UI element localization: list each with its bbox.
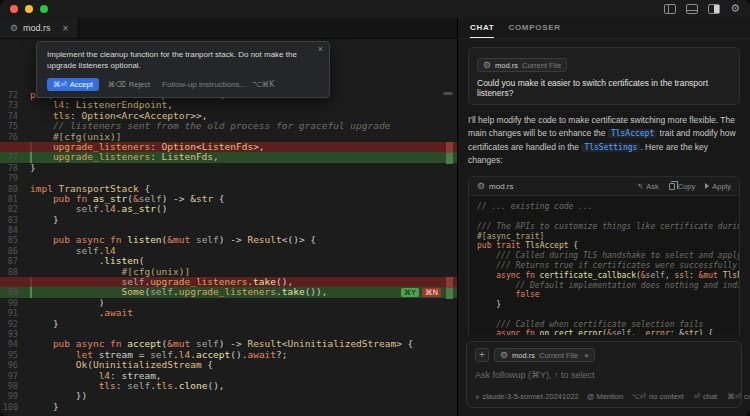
tab-close-icon[interactable]: × <box>63 23 69 34</box>
rust-file-icon: ⚙ <box>10 23 18 33</box>
line-number: 80 <box>0 184 30 194</box>
context-file-chip[interactable]: ⚙ mod.rs Current File <box>477 58 567 72</box>
codebase-submit-button[interactable]: ⌘⏎ codebase ∨ <box>727 392 750 401</box>
code-line[interactable] <box>477 310 731 320</box>
line-number: 76 <box>0 132 30 142</box>
assistant-code-block: ⚙ mod.rs ↰ Ask Copy <box>468 176 740 335</box>
accept-diff-badge[interactable]: ⌘Y <box>401 288 419 298</box>
current-file-badge: Current File <box>539 351 578 360</box>
code-line[interactable]: async fn on_cert_error(&self, _error: &s… <box>477 329 731 335</box>
code-line[interactable]: /// The APIs to customize things like ce… <box>477 222 731 232</box>
tab-composer[interactable]: COMPOSER <box>508 18 560 38</box>
code-text: // ... existing code ... <box>477 202 593 212</box>
inline-prompt-actions: ⌘⏎ Accept ⌘⌫ Reject Follow-up instructio… <box>47 78 319 91</box>
reject-button[interactable]: ⌘⌫ Reject <box>108 80 150 89</box>
zoom-window-button[interactable] <box>40 5 48 13</box>
code-text: /// Returns true if certificates were su… <box>477 261 731 271</box>
code-line[interactable]: pub trait TlsAccept { <box>477 241 731 251</box>
mention-button[interactable]: @ Mention <box>587 392 623 401</box>
gear-icon[interactable]: ⚙ <box>730 4 740 14</box>
code-text: /// Called during TLS handshake to selec… <box>477 251 731 261</box>
close-window-button[interactable] <box>10 5 18 13</box>
code-text: } <box>30 215 59 225</box>
context-file-chip[interactable]: ⚙ mod.rs Current File × <box>494 348 595 362</box>
code-line[interactable]: // ... existing code ... <box>477 202 731 212</box>
scrollbar-thumb[interactable] <box>443 92 453 95</box>
line-number: 81 <box>0 194 30 204</box>
remove-chip-icon[interactable]: × <box>584 351 588 360</box>
code-line[interactable]: #[async_trait] <box>477 232 731 242</box>
tab-mod-rs[interactable]: ⚙ mod.rs × <box>0 18 79 38</box>
no-context-button[interactable]: ⌥⏎ no context <box>631 392 684 401</box>
accept-button[interactable]: ⌘⏎ Accept <box>47 78 99 91</box>
code-line[interactable]: 82 self.l4.as_str() <box>0 204 457 214</box>
code-line[interactable]: 100 } <box>0 402 457 412</box>
code-line[interactable]: async fn certificate_callback(&self, ssl… <box>477 271 731 281</box>
line-number: 99 <box>0 391 30 401</box>
code-line[interactable]: false <box>477 290 731 300</box>
chat-input-box[interactable]: + ⚙ mod.rs Current File × Ask followup (… <box>466 341 742 408</box>
code-line[interactable]: /// Called when certificate selection fa… <box>477 320 731 330</box>
minimap-add-marker <box>446 153 453 164</box>
code-text: } <box>477 300 501 310</box>
line-number: 72 <box>0 90 30 100</box>
code-line[interactable]: // Default implementation does nothing a… <box>477 281 731 291</box>
code-text: #[async_trait] <box>477 232 544 242</box>
added-code-line[interactable]: 77 upgrade_listeners: ListenFds, <box>0 152 457 162</box>
minimap-add-marker <box>446 288 453 299</box>
code-block-header: ⚙ mod.rs ↰ Ask Copy <box>469 177 739 196</box>
inline-edit-prompt: × Implement the cleanup function for the… <box>36 41 330 98</box>
minimap-delete-marker <box>446 277 453 288</box>
editor-pane: ⚙ mod.rs × 72pub(crate) struct Transport… <box>0 18 457 416</box>
minimize-window-button[interactable] <box>25 5 33 13</box>
chat-input-placeholder[interactable]: Ask followup (⌘Y), ↑ to select <box>475 370 733 380</box>
reject-diff-badge[interactable]: ⌘N <box>422 288 441 298</box>
model-selector[interactable]: ∨ claude-3-5-sonnet-20241022 <box>475 392 579 401</box>
followup-instructions-input[interactable]: Follow-up instructions... ⌥⌘K <box>162 80 275 89</box>
chat-submit-button[interactable]: ⏎ chat <box>694 392 717 401</box>
submit-shortcuts: ⌥⏎ no context ⏎ chat ⌘⏎ codebase ∨ <box>631 392 750 401</box>
toggle-left-panel-icon[interactable] <box>664 4 676 14</box>
code-line[interactable]: } <box>477 300 731 310</box>
code-block-filename: mod.rs <box>489 182 513 191</box>
overview-ruler[interactable] <box>443 39 457 416</box>
line-number: 78 <box>0 163 30 173</box>
close-icon[interactable]: × <box>318 44 323 54</box>
copy-button[interactable]: Copy <box>669 182 696 191</box>
chat-header: CHAT COMPOSER <box>458 18 750 39</box>
inline-code: TlsSettings <box>581 143 640 152</box>
line-number: 90 <box>0 298 30 308</box>
line-number: 100 <box>0 402 30 412</box>
add-context-button[interactable]: + <box>475 348 489 362</box>
user-message-card: ⚙ mod.rs Current File Could you make it … <box>468 47 740 105</box>
rust-file-icon: ⚙ <box>477 181 485 191</box>
code-line[interactable]: /// Called during TLS handshake to selec… <box>477 251 731 261</box>
code-line[interactable]: 78} <box>0 163 457 173</box>
code-editor[interactable]: 72pub(crate) struct TransportStack {73 l… <box>0 39 457 416</box>
apply-button[interactable]: Apply <box>705 182 731 191</box>
line-number: 92 <box>0 319 30 329</box>
code-text: } <box>30 402 59 412</box>
line-number: 75 <box>0 121 30 131</box>
copy-icon <box>669 183 675 190</box>
chat-input-footer: ∨ claude-3-5-sonnet-20241022 @ Mention ⌥… <box>475 392 733 401</box>
input-context-chips: + ⚙ mod.rs Current File × <box>475 348 733 362</box>
line-number: 82 <box>0 204 30 214</box>
tab-chat[interactable]: CHAT <box>470 18 494 38</box>
code-text: } <box>30 319 59 329</box>
chat-messages: ⚙ mod.rs Current File Could you make it … <box>458 39 750 335</box>
toggle-right-panel-icon[interactable] <box>708 4 720 14</box>
code-line[interactable]: 92 } <box>0 319 457 329</box>
app-window: ⚙ ⚙ mod.rs × 72pub(crate) struct Transpo… <box>0 0 750 416</box>
code-line[interactable]: 83 } <box>0 215 457 225</box>
code-text: } <box>30 163 36 173</box>
line-number: 86 <box>0 246 30 256</box>
ask-button[interactable]: ↰ Ask <box>637 182 659 191</box>
code-line[interactable]: 91 .await <box>0 308 457 318</box>
code-block-actions: ↰ Ask Copy Apply <box>637 182 731 191</box>
code-line[interactable]: /// Returns true if certificates were su… <box>477 261 731 271</box>
toggle-bottom-panel-icon[interactable] <box>686 4 698 14</box>
traffic-lights <box>10 5 48 13</box>
code-line[interactable]: 99 }) <box>0 391 457 401</box>
code-line[interactable] <box>477 212 731 222</box>
